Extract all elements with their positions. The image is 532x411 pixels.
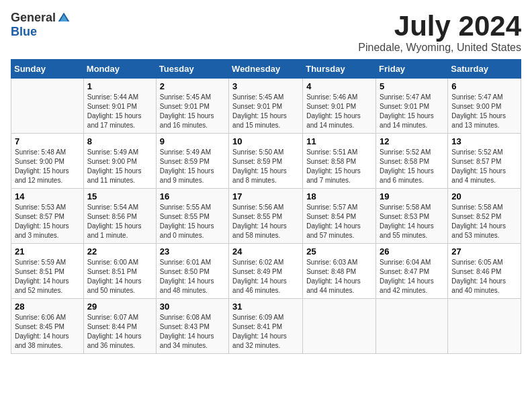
calendar-cell — [376, 299, 448, 354]
day-number: 11 — [306, 136, 372, 146]
day-info: Sunrise: 6:03 AM Sunset: 8:48 PM Dayligh… — [306, 258, 372, 295]
day-info: Sunrise: 5:47 AM Sunset: 9:01 PM Dayligh… — [380, 93, 444, 130]
column-header-tuesday: Tuesday — [156, 60, 228, 79]
day-info: Sunrise: 6:06 AM Sunset: 8:45 PM Dayligh… — [15, 313, 80, 351]
day-number: 14 — [15, 191, 80, 201]
column-header-wednesday: Wednesday — [229, 60, 303, 79]
day-number: 12 — [380, 136, 444, 146]
day-number: 1 — [87, 81, 152, 91]
calendar-cell — [11, 79, 84, 134]
day-number: 26 — [380, 246, 444, 257]
page-header: General Blue July 2024 Pinedale, Wyoming… — [11, 11, 521, 54]
logo: General Blue — [11, 11, 71, 39]
day-number: 3 — [232, 81, 299, 91]
day-number: 5 — [380, 81, 444, 91]
calendar-cell: 9Sunrise: 5:49 AM Sunset: 8:59 PM Daylig… — [156, 134, 228, 189]
day-info: Sunrise: 5:50 AM Sunset: 8:59 PM Dayligh… — [232, 148, 299, 185]
day-info: Sunrise: 5:57 AM Sunset: 8:54 PM Dayligh… — [306, 203, 372, 240]
day-info: Sunrise: 6:02 AM Sunset: 8:49 PM Dayligh… — [232, 258, 299, 295]
day-number: 18 — [306, 191, 372, 201]
day-info: Sunrise: 6:05 AM Sunset: 8:46 PM Dayligh… — [451, 258, 517, 295]
calendar-cell: 5Sunrise: 5:47 AM Sunset: 9:01 PM Daylig… — [376, 79, 448, 134]
logo-blue-text: Blue — [11, 25, 37, 39]
day-info: Sunrise: 6:09 AM Sunset: 8:41 PM Dayligh… — [232, 313, 299, 351]
column-header-saturday: Saturday — [448, 60, 521, 79]
day-number: 6 — [451, 81, 517, 91]
day-info: Sunrise: 6:00 AM Sunset: 8:51 PM Dayligh… — [87, 258, 152, 295]
title-block: July 2024 Pinedale, Wyoming, United Stat… — [358, 11, 521, 54]
column-header-thursday: Thursday — [303, 60, 376, 79]
day-info: Sunrise: 5:45 AM Sunset: 9:01 PM Dayligh… — [232, 93, 299, 130]
month-title: July 2024 — [358, 11, 521, 42]
calendar-cell: 12Sunrise: 5:52 AM Sunset: 8:58 PM Dayli… — [376, 134, 448, 189]
day-number: 16 — [160, 191, 225, 201]
calendar-cell: 25Sunrise: 6:03 AM Sunset: 8:48 PM Dayli… — [303, 244, 376, 299]
calendar-cell — [303, 299, 376, 354]
day-info: Sunrise: 5:47 AM Sunset: 9:00 PM Dayligh… — [451, 93, 517, 130]
calendar-cell: 15Sunrise: 5:54 AM Sunset: 8:56 PM Dayli… — [83, 189, 156, 244]
day-info: Sunrise: 5:52 AM Sunset: 8:58 PM Dayligh… — [380, 148, 444, 185]
calendar-cell: 30Sunrise: 6:08 AM Sunset: 8:43 PM Dayli… — [156, 299, 228, 354]
day-number: 2 — [160, 81, 225, 91]
day-number: 22 — [87, 246, 152, 257]
day-number: 19 — [380, 191, 444, 201]
calendar-cell: 4Sunrise: 5:46 AM Sunset: 9:01 PM Daylig… — [303, 79, 376, 134]
day-info: Sunrise: 5:52 AM Sunset: 8:57 PM Dayligh… — [451, 148, 517, 185]
day-info: Sunrise: 5:58 AM Sunset: 8:52 PM Dayligh… — [451, 203, 517, 240]
week-row-1: 1Sunrise: 5:44 AM Sunset: 9:01 PM Daylig… — [11, 79, 521, 134]
day-info: Sunrise: 5:59 AM Sunset: 8:51 PM Dayligh… — [15, 258, 80, 295]
calendar-cell: 24Sunrise: 6:02 AM Sunset: 8:49 PM Dayli… — [229, 244, 303, 299]
logo-icon — [57, 11, 71, 25]
calendar-cell: 6Sunrise: 5:47 AM Sunset: 9:00 PM Daylig… — [448, 79, 521, 134]
calendar-cell: 23Sunrise: 6:01 AM Sunset: 8:50 PM Dayli… — [156, 244, 228, 299]
day-info: Sunrise: 5:58 AM Sunset: 8:53 PM Dayligh… — [380, 203, 444, 240]
day-number: 30 — [160, 302, 225, 312]
day-info: Sunrise: 5:45 AM Sunset: 9:01 PM Dayligh… — [160, 93, 225, 130]
day-number: 15 — [87, 191, 152, 201]
day-info: Sunrise: 5:55 AM Sunset: 8:55 PM Dayligh… — [160, 203, 225, 240]
calendar-cell: 2Sunrise: 5:45 AM Sunset: 9:01 PM Daylig… — [156, 79, 228, 134]
day-number: 24 — [232, 246, 299, 257]
day-number: 20 — [451, 191, 517, 201]
day-info: Sunrise: 6:08 AM Sunset: 8:43 PM Dayligh… — [160, 313, 225, 351]
calendar-cell: 18Sunrise: 5:57 AM Sunset: 8:54 PM Dayli… — [303, 189, 376, 244]
day-info: Sunrise: 6:01 AM Sunset: 8:50 PM Dayligh… — [160, 258, 225, 295]
calendar-cell: 8Sunrise: 5:49 AM Sunset: 9:00 PM Daylig… — [83, 134, 156, 189]
calendar-cell: 31Sunrise: 6:09 AM Sunset: 8:41 PM Dayli… — [229, 299, 303, 354]
day-number: 13 — [451, 136, 517, 146]
day-info: Sunrise: 5:46 AM Sunset: 9:01 PM Dayligh… — [306, 93, 372, 130]
day-info: Sunrise: 5:49 AM Sunset: 9:00 PM Dayligh… — [87, 148, 152, 185]
calendar-cell: 26Sunrise: 6:04 AM Sunset: 8:47 PM Dayli… — [376, 244, 448, 299]
calendar-cell: 10Sunrise: 5:50 AM Sunset: 8:59 PM Dayli… — [229, 134, 303, 189]
day-number: 23 — [160, 246, 225, 257]
day-number: 29 — [87, 302, 152, 312]
day-info: Sunrise: 5:54 AM Sunset: 8:56 PM Dayligh… — [87, 203, 152, 240]
week-row-2: 7Sunrise: 5:48 AM Sunset: 9:00 PM Daylig… — [11, 134, 521, 189]
calendar-cell: 13Sunrise: 5:52 AM Sunset: 8:57 PM Dayli… — [448, 134, 521, 189]
day-info: Sunrise: 5:48 AM Sunset: 9:00 PM Dayligh… — [15, 148, 80, 185]
calendar-cell: 14Sunrise: 5:53 AM Sunset: 8:57 PM Dayli… — [11, 189, 84, 244]
calendar-cell: 1Sunrise: 5:44 AM Sunset: 9:01 PM Daylig… — [83, 79, 156, 134]
day-number: 21 — [15, 246, 80, 257]
calendar-cell: 21Sunrise: 5:59 AM Sunset: 8:51 PM Dayli… — [11, 244, 84, 299]
calendar-cell: 11Sunrise: 5:51 AM Sunset: 8:58 PM Dayli… — [303, 134, 376, 189]
day-number: 4 — [306, 81, 372, 91]
day-number: 25 — [306, 246, 372, 257]
calendar-cell: 16Sunrise: 5:55 AM Sunset: 8:55 PM Dayli… — [156, 189, 228, 244]
calendar-cell: 19Sunrise: 5:58 AM Sunset: 8:53 PM Dayli… — [376, 189, 448, 244]
day-number: 10 — [232, 136, 299, 146]
day-number: 27 — [451, 246, 517, 257]
calendar-cell: 17Sunrise: 5:56 AM Sunset: 8:55 PM Dayli… — [229, 189, 303, 244]
calendar-cell: 29Sunrise: 6:07 AM Sunset: 8:44 PM Dayli… — [83, 299, 156, 354]
calendar-cell: 22Sunrise: 6:00 AM Sunset: 8:51 PM Dayli… — [83, 244, 156, 299]
week-row-5: 28Sunrise: 6:06 AM Sunset: 8:45 PM Dayli… — [11, 299, 521, 354]
calendar-cell — [448, 299, 521, 354]
calendar-table: SundayMondayTuesdayWednesdayThursdayFrid… — [11, 59, 521, 354]
calendar-cell: 20Sunrise: 5:58 AM Sunset: 8:52 PM Dayli… — [448, 189, 521, 244]
calendar-cell: 28Sunrise: 6:06 AM Sunset: 8:45 PM Dayli… — [11, 299, 84, 354]
column-header-monday: Monday — [83, 60, 156, 79]
column-header-sunday: Sunday — [11, 60, 84, 79]
week-row-4: 21Sunrise: 5:59 AM Sunset: 8:51 PM Dayli… — [11, 244, 521, 299]
day-number: 9 — [160, 136, 225, 146]
calendar-cell: 3Sunrise: 5:45 AM Sunset: 9:01 PM Daylig… — [229, 79, 303, 134]
